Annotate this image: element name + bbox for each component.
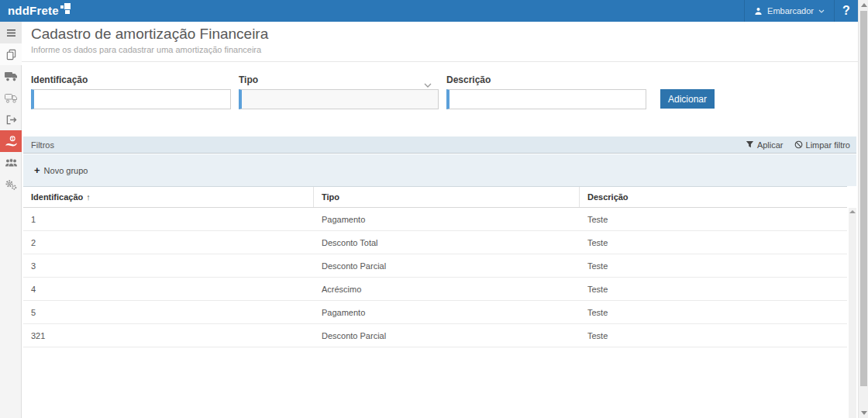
cell-descricao: Teste [580, 301, 847, 323]
cell-tipo: Desconto Total [314, 231, 580, 254]
sidebar-item-documents[interactable] [0, 43, 22, 65]
table-row[interactable]: 5 Pagamento Teste [23, 301, 847, 324]
app-logo[interactable]: nddFrete [0, 1, 71, 21]
cell-descricao: Teste [580, 208, 847, 230]
cell-identificacao: 3 [23, 254, 314, 277]
apply-filter-button[interactable]: Aplicar [746, 140, 784, 150]
column-header-label: Identificação [31, 192, 83, 202]
clear-filter-button[interactable]: Limpar filtro [794, 140, 850, 150]
identificacao-input[interactable] [31, 89, 231, 109]
page-head: Cadastro de amortização Financeira Infor… [22, 22, 858, 62]
scrollbar-thumb[interactable] [860, 11, 867, 386]
clear-filter-label: Limpar filtro [806, 140, 850, 150]
filters-bar: Filtros Aplicar Limpar filtro [23, 136, 856, 154]
page-title: Cadastro de amortização Financeira [31, 26, 849, 43]
cell-tipo: Acréscimo [314, 278, 580, 300]
filters-actions: Aplicar Limpar filtro [746, 140, 850, 150]
user-icon [754, 7, 763, 16]
new-group-button[interactable]: + Novo grupo [34, 164, 88, 176]
app-window: nddFrete Embarcador ? [0, 0, 868, 418]
table-scrollbar[interactable] [849, 208, 856, 418]
logo-text: nddFrete [8, 1, 59, 21]
sidebar-item-truck[interactable] [0, 65, 22, 87]
table-row[interactable]: 4 Acréscimo Teste [23, 278, 847, 301]
table-row[interactable]: 3 Desconto Parcial Teste [23, 254, 847, 278]
svg-text:$: $ [12, 136, 14, 140]
scroll-up-icon[interactable] [849, 210, 856, 213]
user-menu-label: Embarcador [767, 6, 814, 16]
scroll-down-icon[interactable] [861, 411, 867, 415]
cell-descricao: Teste [580, 278, 847, 300]
table-row[interactable]: 321 Desconto Parcial Teste [23, 324, 847, 347]
sort-asc-icon: ↑ [86, 192, 91, 202]
cell-tipo: Desconto Parcial [314, 254, 580, 277]
field-descricao: Descrição [446, 74, 646, 109]
cell-tipo: Pagamento [314, 208, 580, 230]
sidebar-item-export[interactable] [0, 109, 22, 130]
plus-icon: + [34, 164, 40, 176]
tipo-select[interactable] [239, 89, 439, 109]
identificacao-label: Identificação [31, 74, 231, 85]
user-menu[interactable]: Embarcador [744, 0, 835, 22]
new-group-label: Novo grupo [44, 166, 88, 175]
add-form: Identificação Tipo Descrição Adicionar [31, 74, 849, 109]
descricao-label: Descrição [446, 74, 646, 85]
column-header-descricao[interactable]: Descrição [580, 187, 847, 207]
cell-identificacao: 5 [23, 301, 314, 323]
gears-icon [5, 179, 17, 190]
copy-pages-icon [5, 49, 17, 60]
column-header-tipo[interactable]: Tipo [314, 187, 580, 207]
apply-filter-label: Aplicar [757, 140, 784, 150]
sidebar-item-truck-outline[interactable] [0, 87, 22, 109]
page-scrollbar[interactable] [858, 0, 868, 418]
cell-identificacao: 1 [23, 208, 314, 230]
column-header-identificacao[interactable]: Identificação ↑ [23, 187, 314, 207]
cell-identificacao: 321 [23, 324, 314, 347]
table-row[interactable]: 1 Pagamento Teste [23, 208, 847, 231]
truck-icon [5, 71, 18, 81]
hand-coin-icon: $ [5, 136, 17, 147]
help-button[interactable]: ? [835, 0, 858, 22]
column-header-label: Descrição [587, 192, 629, 202]
ban-icon [794, 140, 803, 149]
cell-descricao: Teste [580, 324, 847, 347]
funnel-icon [746, 140, 754, 149]
field-identificacao: Identificação [31, 74, 231, 109]
chevron-down-icon [818, 9, 825, 13]
cell-tipo: Desconto Parcial [314, 324, 580, 347]
descricao-input[interactable] [446, 89, 646, 109]
sidebar: $ [0, 22, 22, 418]
exit-icon [5, 115, 17, 125]
tipo-label: Tipo [239, 74, 439, 85]
cell-identificacao: 4 [23, 278, 314, 300]
truck-outline-icon [5, 93, 18, 103]
page-subtitle: Informe os dados para cadastrar uma amor… [31, 45, 849, 54]
scroll-up-icon[interactable] [861, 3, 867, 7]
users-icon [5, 158, 18, 168]
main-content: Cadastro de amortização Financeira Infor… [22, 22, 858, 418]
sidebar-item-users[interactable] [0, 152, 22, 174]
cell-tipo: Pagamento [314, 301, 580, 323]
filters-body: + Novo grupo [23, 154, 856, 186]
sidebar-item-settings[interactable] [0, 174, 22, 195]
field-tipo: Tipo [239, 74, 439, 109]
menu-icon [6, 29, 16, 37]
add-button[interactable]: Adicionar [660, 89, 715, 109]
logo-squares-icon [60, 3, 71, 15]
header-right: Embarcador ? [744, 0, 858, 22]
sidebar-item-menu[interactable] [0, 22, 22, 43]
sidebar-item-financial[interactable]: $ [0, 130, 22, 152]
column-header-label: Tipo [322, 192, 339, 202]
filters-title: Filtros [31, 140, 54, 150]
table-row[interactable]: 2 Desconto Total Teste [23, 231, 847, 254]
results-table: Identificação ↑ Tipo Descrição 1 Pagamen… [23, 186, 847, 347]
cell-identificacao: 2 [23, 231, 314, 254]
cell-descricao: Teste [580, 254, 847, 277]
table-header: Identificação ↑ Tipo Descrição [23, 186, 847, 208]
app-header: nddFrete Embarcador ? [0, 0, 858, 22]
cell-descricao: Teste [580, 231, 847, 254]
